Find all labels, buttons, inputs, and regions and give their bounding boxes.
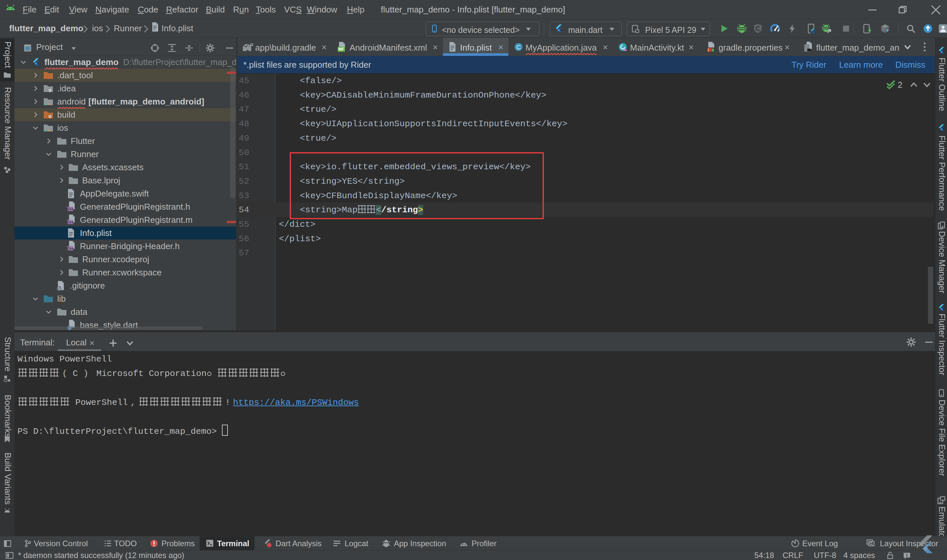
svg-text:C++: C++ [67,207,73,211]
svg-text:C++: C++ [67,246,73,251]
svg-text:C: C [516,44,521,51]
svg-text:MF: MF [338,47,344,52]
svg-text:C++: C++ [67,220,73,224]
